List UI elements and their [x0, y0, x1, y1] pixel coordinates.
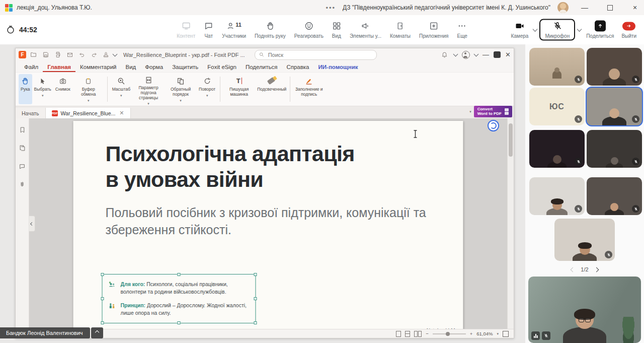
participant-tile-large[interactable]	[528, 277, 641, 343]
camera-dropdown-chevron[interactable]	[533, 27, 538, 32]
participants-button[interactable]: 11 Участники	[219, 20, 249, 40]
pagination-previous-icon[interactable]	[571, 267, 576, 272]
stamp-icon[interactable]	[101, 50, 111, 59]
document-area[interactable]: Психологічна адаптаціяв умовах війни Пол…	[29, 118, 507, 329]
close-button[interactable]: ×	[626, 0, 644, 15]
snapshot-button[interactable]: Снимок	[53, 74, 72, 104]
raise-hand-button[interactable]: Поднять руку	[252, 20, 288, 40]
chat-button[interactable]: Чат	[201, 20, 216, 40]
search-box[interactable]	[255, 50, 377, 60]
participant-tile[interactable]	[587, 130, 642, 168]
foxit-ribbon: Рука Выбрать▾ Снимок Буфер обмена▾ Масшт…	[16, 72, 514, 106]
comments-icon[interactable]	[19, 163, 26, 172]
reverse-order-button[interactable]: Обратный порядок▾	[165, 74, 197, 104]
microphone-button[interactable]: Микрофон	[539, 19, 575, 41]
page-thumbnails-icon[interactable]	[19, 145, 26, 154]
leave-icon	[622, 22, 635, 30]
mail-icon[interactable]	[65, 50, 74, 59]
search-input[interactable]	[267, 51, 372, 58]
rotate-button[interactable]: Поворот▾	[197, 74, 217, 104]
hand-tool-button[interactable]: Рука	[19, 74, 32, 104]
foxit-restore-button[interactable]	[494, 51, 501, 58]
notifications-chevron[interactable]	[453, 52, 458, 57]
tab-start[interactable]: Начать	[16, 108, 46, 118]
facing-pages-view-icon[interactable]	[414, 331, 422, 337]
select-tool-button[interactable]: Выбрать▾	[32, 74, 53, 104]
maximize-button[interactable]	[601, 0, 619, 15]
menu-share[interactable]: Поделиться	[241, 62, 282, 72]
view-button[interactable]: Вид	[330, 20, 344, 40]
menu-comment[interactable]: Комментарий	[75, 62, 121, 72]
foxit-tabbar: Начать PDF War_Resilience_Blue... ✕ ▾ Co…	[16, 106, 514, 118]
zoom-slider-thumb[interactable]	[446, 332, 450, 336]
react-button[interactable]: Реагировать	[292, 20, 326, 40]
foxit-account-icon[interactable]	[462, 51, 470, 59]
continuous-view-icon[interactable]	[405, 331, 410, 337]
notifications-bell-icon[interactable]	[440, 50, 449, 59]
participant-tile[interactable]	[529, 48, 585, 86]
sidebar-collapse-handle[interactable]	[29, 216, 35, 232]
convert-word-to-pdf-button[interactable]: ConvertWord to PDF	[474, 106, 512, 117]
microphone-dropdown-chevron[interactable]	[577, 27, 582, 32]
scrollbar-thumb[interactable]	[509, 123, 513, 157]
pagination-next-icon[interactable]	[594, 267, 599, 272]
ai-assistant-button[interactable]	[488, 120, 499, 131]
participant-tile[interactable]	[529, 130, 585, 168]
menu-esign[interactable]: Foxit eSign	[203, 62, 241, 72]
overflow-dots-icon[interactable]: •••	[326, 4, 336, 12]
zoom-in-icon[interactable]: +	[470, 331, 473, 336]
menu-ai-assistant[interactable]: ИИ-помощник	[314, 62, 363, 72]
zoom-level[interactable]: 61,04%	[476, 331, 493, 336]
fullscreen-icon[interactable]	[503, 331, 509, 337]
share-button[interactable]: Поделиться	[584, 20, 616, 40]
menu-protect[interactable]: Защитить	[168, 62, 203, 72]
rooms-button[interactable]: Комнаты	[387, 20, 413, 40]
menu-file[interactable]: Файл	[20, 62, 43, 72]
foxit-minimize-button[interactable]: —	[482, 51, 489, 58]
vertical-scrollbar[interactable]	[507, 118, 514, 329]
participant-tile[interactable]	[554, 219, 615, 261]
participant-tile-selected[interactable]	[587, 88, 642, 125]
save-icon[interactable]	[41, 50, 50, 59]
tab-document[interactable]: PDF War_Resilience_Blue... ✕	[46, 108, 131, 118]
zoom-chevron[interactable]: ▾	[497, 332, 499, 335]
bookmarks-icon[interactable]	[19, 126, 26, 135]
participant-tile[interactable]	[587, 177, 642, 215]
attachments-icon[interactable]	[19, 181, 25, 190]
participant-tile-initials[interactable]: ЮС	[529, 88, 585, 125]
leave-button[interactable]: Выйти	[619, 20, 639, 40]
redo-icon[interactable]	[89, 50, 99, 59]
menu-form[interactable]: Форма	[140, 62, 168, 72]
clipboard-button[interactable]: Буфер обмена▾	[72, 74, 105, 104]
minimize-button[interactable]: —	[576, 0, 594, 15]
menu-home[interactable]: Главная	[43, 62, 75, 72]
tab-close-icon[interactable]: ✕	[119, 110, 124, 116]
foxit-close-button[interactable]: ✕	[505, 51, 511, 58]
control-elements-button[interactable]: Элементы у...	[347, 20, 384, 40]
account-chevron[interactable]	[474, 52, 479, 57]
participant-tile[interactable]	[529, 177, 585, 215]
apps-button[interactable]: Приложения	[417, 20, 451, 40]
slide-callout-box[interactable]: Для кого: Психологи, соціальні працівник…	[102, 274, 256, 323]
zoom-out-icon[interactable]: −	[426, 331, 429, 336]
zoom-slider[interactable]	[433, 333, 466, 334]
more-button[interactable]: Еще	[454, 20, 469, 40]
menu-view[interactable]: Вид	[121, 62, 141, 72]
highlight-button[interactable]: Подсвеченный	[255, 74, 287, 104]
camera-button[interactable]: Камера	[508, 20, 531, 40]
content-button[interactable]: Контент	[174, 20, 198, 40]
page-fit-button[interactable]: Параметр подгона страницы▾	[132, 74, 165, 104]
print-icon[interactable]	[53, 50, 62, 59]
avatar[interactable]	[557, 2, 569, 13]
single-page-view-icon[interactable]	[396, 331, 401, 337]
tab-list-chevron[interactable]: ▾	[469, 110, 471, 113]
presenter-overlay-expand[interactable]	[91, 327, 103, 338]
zoom-button[interactable]: Масштаб▾	[110, 74, 132, 104]
menu-help[interactable]: Справка	[282, 62, 313, 72]
participant-tile[interactable]	[587, 48, 642, 86]
quick-tools-chevron[interactable]	[113, 52, 118, 57]
fill-sign-button[interactable]: Заполнение и подпись	[293, 74, 325, 104]
typewriter-button[interactable]: T Пишущая машинка	[223, 74, 255, 104]
undo-icon[interactable]	[77, 50, 87, 59]
open-file-icon[interactable]	[29, 50, 38, 59]
